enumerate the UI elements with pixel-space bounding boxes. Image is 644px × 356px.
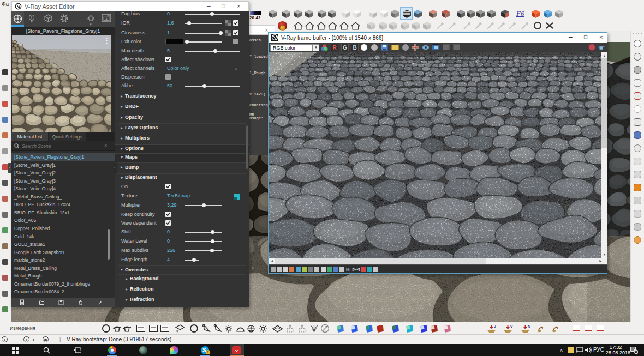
svg-text:J: J: [494, 324, 496, 329]
svg-text:N: N: [528, 324, 530, 329]
svg-text:V: V: [510, 324, 513, 329]
